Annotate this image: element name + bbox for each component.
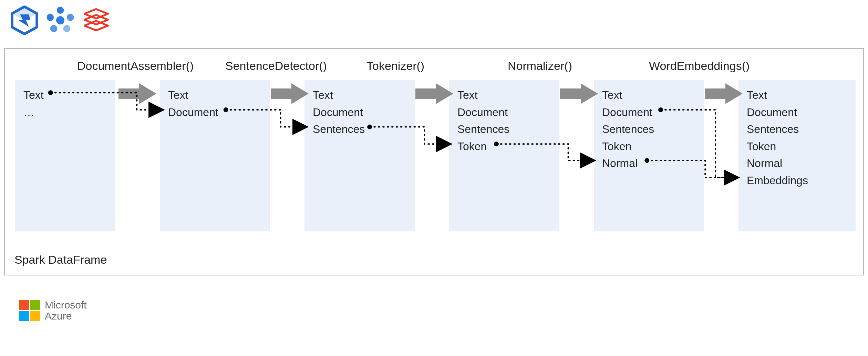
dependency-connectors — [5, 49, 863, 275]
dataframe-column-5: Text Document Sentences Token Normal Emb… — [738, 80, 856, 231]
svg-point-5 — [63, 25, 71, 32]
frame-caption: Spark DataFrame — [14, 253, 107, 266]
stage-label-document-assembler: DocumentAssembler() — [77, 59, 194, 73]
field-sentences: Sentences — [313, 121, 406, 138]
field-text: Text — [602, 87, 696, 104]
arrow-right-icon — [271, 83, 309, 104]
field-token: Token — [602, 138, 696, 155]
azure-ml-icon — [45, 6, 75, 35]
svg-marker-11 — [415, 83, 453, 104]
field-sentences: Sentences — [457, 121, 551, 138]
svg-marker-9 — [118, 83, 156, 104]
microsoft-azure-logo: Microsoft Azure — [19, 300, 87, 321]
svg-point-7 — [46, 14, 54, 21]
field-sentences: Sentences — [602, 121, 696, 138]
arrow-right-icon — [415, 83, 453, 104]
field-normal: Normal — [747, 155, 847, 172]
field-document: Document — [168, 104, 262, 121]
footer-brand-azure: Azure — [45, 311, 87, 322]
arrow-right-icon — [118, 83, 156, 104]
field-token: Token — [457, 138, 551, 155]
field-ellipsis: … — [23, 104, 107, 121]
field-document: Document — [313, 104, 406, 121]
svg-marker-10 — [271, 83, 309, 104]
arrow-right-icon — [705, 83, 743, 104]
dataframe-column-4: Text Document Sentences Token Normal — [594, 80, 704, 231]
svg-point-3 — [57, 7, 64, 14]
svg-marker-12 — [560, 83, 598, 104]
field-normal: Normal — [602, 155, 696, 172]
field-token: Token — [747, 138, 847, 155]
svg-point-4 — [67, 14, 74, 21]
microsoft-logo-icon — [19, 300, 40, 321]
arrow-right-icon — [560, 83, 598, 104]
footer-brand-microsoft: Microsoft — [45, 300, 87, 311]
dataframe-column-0: Text … — [15, 80, 115, 231]
field-text: Text — [313, 87, 406, 104]
field-text: Text — [23, 87, 107, 104]
svg-point-8 — [56, 16, 64, 24]
databricks-icon — [81, 6, 111, 35]
field-text: Text — [457, 87, 551, 104]
field-text: Text — [168, 87, 262, 104]
product-logos — [10, 6, 111, 35]
field-text: Text — [747, 87, 847, 104]
field-document: Document — [602, 104, 696, 121]
dataframe-column-1: Text Document — [160, 80, 270, 231]
svg-marker-13 — [705, 83, 743, 104]
field-document: Document — [747, 104, 847, 121]
field-document: Document — [457, 104, 551, 121]
azure-synapse-icon — [10, 6, 39, 35]
stage-label-normalizer: Normalizer() — [508, 59, 572, 73]
pipeline-frame: DocumentAssembler() SentenceDetector() T… — [4, 48, 864, 275]
stage-label-sentence-detector: SentenceDetector() — [225, 59, 327, 73]
stage-label-tokenizer: Tokenizer() — [366, 59, 424, 73]
field-embeddings: Embeddings — [747, 172, 847, 189]
svg-point-6 — [50, 25, 58, 32]
dataframe-column-2: Text Document Sentences — [304, 80, 415, 231]
stage-label-word-embeddings: WordEmbeddings() — [649, 59, 750, 73]
dataframe-column-3: Text Document Sentences Token — [449, 80, 559, 231]
field-sentences: Sentences — [747, 121, 847, 138]
